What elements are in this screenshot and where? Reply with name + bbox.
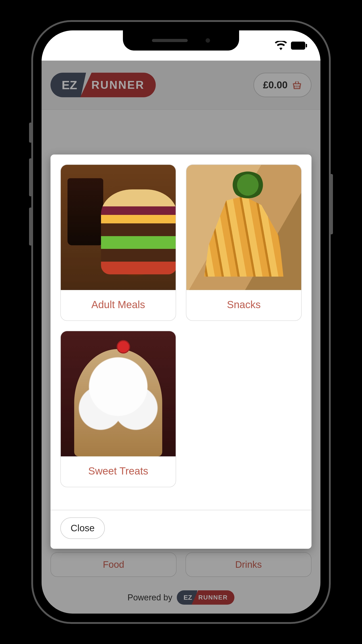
- wifi-icon: [275, 41, 287, 50]
- phone-volume-down-button: [29, 208, 32, 246]
- category-label: Sweet Treats: [61, 456, 176, 487]
- phone-screen: EZ RUNNER £0.00 Food Drinks: [41, 30, 321, 614]
- category-modal: Adult Meals Snacks Sweet Treats Close: [50, 154, 312, 549]
- category-card-adult-meals[interactable]: Adult Meals: [60, 164, 176, 321]
- category-image-burger: [61, 165, 176, 290]
- svg-rect-0: [291, 42, 305, 50]
- svg-rect-1: [306, 44, 307, 48]
- category-card-snacks[interactable]: Snacks: [186, 164, 302, 321]
- category-grid: Adult Meals Snacks Sweet Treats: [50, 154, 312, 510]
- phone-notch: [123, 30, 239, 50]
- phone-device-frame: EZ RUNNER £0.00 Food Drinks: [31, 20, 331, 624]
- phone-camera: [206, 38, 210, 43]
- battery-icon: [291, 42, 307, 50]
- modal-footer: Close: [50, 510, 312, 549]
- phone-speaker: [152, 39, 188, 42]
- category-image-fries: [186, 165, 301, 290]
- phone-power-button: [330, 174, 333, 234]
- category-image-sundae: [61, 331, 176, 456]
- phone-volume-up-button: [29, 158, 32, 196]
- close-button[interactable]: Close: [60, 518, 105, 539]
- category-label: Snacks: [186, 290, 301, 320]
- category-label: Adult Meals: [61, 290, 176, 320]
- category-card-sweet-treats[interactable]: Sweet Treats: [60, 331, 176, 487]
- phone-side-button: [29, 122, 32, 143]
